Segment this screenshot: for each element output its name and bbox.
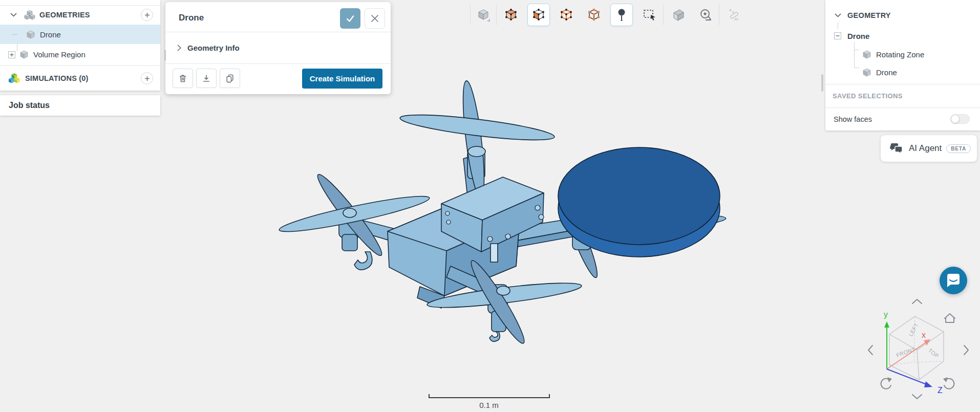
add-simulation-button[interactable] — [141, 72, 153, 84]
close-button[interactable] — [365, 8, 385, 29]
simulations-cubes-icon — [8, 73, 20, 84]
tree-item-volume-region[interactable]: Volume Region — [0, 44, 160, 65]
tree-item-label: Volume Region — [33, 50, 86, 59]
simulations-header[interactable]: SIMULATIONS (0) — [0, 66, 160, 91]
clip-plane-icon[interactable] — [671, 8, 685, 22]
geometry-info-label: Geometry Info — [187, 44, 240, 52]
select-edge-icon[interactable] — [559, 8, 573, 22]
check-icon — [345, 13, 355, 24]
box-select-icon[interactable] — [642, 8, 656, 22]
saved-selections-header: SAVED SELECTIONS — [825, 84, 980, 107]
drone-model[interactable] — [278, 80, 726, 347]
tree-item-label: Drone — [876, 68, 897, 77]
measure-icon[interactable] — [698, 8, 713, 22]
panel-title: Drone — [179, 13, 204, 23]
saved-selections-label: SAVED SELECTIONS — [833, 92, 903, 100]
geometry-cube-icon — [19, 50, 29, 59]
chevron-right-icon — [177, 45, 181, 51]
axis-z-label: Z — [938, 386, 943, 395]
trash-icon — [178, 73, 188, 83]
plus-icon — [10, 53, 14, 57]
geometry-properties-panel: Drone Geometry Info Create Simulation — [165, 2, 391, 94]
geometry-tree-header-label: GEOMETRY — [847, 11, 891, 19]
tree-item-label: Drone — [40, 30, 61, 39]
plus-icon — [144, 12, 150, 18]
tree-root-drone[interactable]: Drone — [825, 27, 980, 45]
create-simulation-button[interactable]: Create Simulation — [302, 69, 382, 89]
rotate-up-chevron[interactable] — [912, 299, 922, 303]
probe-point-icon[interactable] — [614, 8, 629, 22]
ai-agent-label: AI Agent — [909, 143, 942, 154]
select-volume-icon[interactable] — [504, 8, 518, 22]
minus-icon — [836, 35, 840, 36]
select-vertex-icon[interactable] — [587, 8, 601, 22]
x-icon — [371, 14, 379, 23]
selection-tree-panel: GEOMETRY Drone Rotating Zone Drone SAVED… — [825, 0, 980, 131]
geometry-info-section[interactable]: Geometry Info — [165, 32, 391, 63]
tree-item-drone[interactable]: Drone — [0, 25, 160, 44]
duplicate-button[interactable] — [220, 69, 240, 88]
job-status-panel[interactable]: Job status — [0, 95, 160, 116]
rotor-rear-left — [399, 80, 556, 201]
rotating-zone-disc[interactable] — [558, 147, 720, 257]
axis-x-label: x — [922, 331, 926, 339]
geometry-cube-icon — [862, 68, 871, 77]
select-face-icon[interactable] — [531, 8, 546, 22]
geometries-cubes-icon — [24, 10, 35, 20]
geometries-header-label: GEOMETRIES — [39, 11, 90, 19]
render-mode-cube-icon[interactable] — [476, 8, 491, 22]
scrollbar-thumb[interactable] — [821, 74, 823, 92]
cube-face-top: TOP — [927, 347, 940, 359]
download-button[interactable] — [196, 69, 217, 88]
scale-label: 0.1 m — [479, 401, 499, 409]
download-icon — [201, 73, 211, 83]
ai-assist-icon[interactable]: AI — [726, 8, 740, 22]
tree-item-label: Rotating Zone — [876, 50, 924, 59]
geometry-tree-header[interactable]: GEOMETRY — [825, 5, 980, 26]
ai-agent-button[interactable]: AI Agent BETA — [881, 135, 977, 162]
geometry-cube-icon — [862, 50, 871, 59]
copy-icon — [225, 73, 235, 83]
chevron-down-icon[interactable] — [10, 13, 17, 17]
chat-bubbles-icon — [890, 143, 903, 154]
expand-plus-box[interactable] — [8, 51, 15, 58]
rotate-down-chevron[interactable] — [912, 395, 922, 399]
tree-item-rotating-zone[interactable]: Rotating Zone — [825, 46, 980, 63]
show-faces-toggle[interactable] — [950, 114, 970, 124]
nav-cube-gizmo[interactable]: LEFT FRONT TOP y x Z — [868, 299, 968, 399]
tree-stub — [12, 34, 17, 35]
chat-smile-icon — [946, 273, 961, 288]
collapse-minus-box[interactable] — [834, 32, 841, 39]
add-geometry-button[interactable] — [141, 9, 153, 21]
show-faces-label: Show faces — [834, 115, 872, 123]
tree-root-label: Drone — [847, 32, 869, 40]
project-tree-panel: GEOMETRIES Drone Volume Region — [0, 0, 160, 91]
chat-launcher-button[interactable] — [940, 267, 967, 294]
tree-item-drone-child[interactable]: Drone — [825, 63, 980, 81]
roll-ccw-arrow — [887, 377, 892, 382]
delete-button[interactable] — [173, 69, 193, 88]
geometries-header[interactable]: GEOMETRIES — [0, 5, 160, 25]
ai-icon-text: AI — [734, 17, 738, 21]
job-status-label: Job status — [9, 101, 50, 110]
rotate-right-chevron[interactable] — [964, 345, 968, 355]
beta-badge: BETA — [946, 144, 971, 153]
rotate-left-chevron[interactable] — [868, 345, 872, 355]
home-icon[interactable] — [945, 314, 955, 322]
axis-y-label: y — [884, 310, 888, 319]
roll-cw-arrow — [943, 377, 948, 382]
geometry-cube-icon — [26, 30, 35, 39]
confirm-button[interactable] — [340, 8, 360, 29]
plus-icon — [144, 76, 150, 81]
viewport-toolbar: AI — [461, 0, 748, 30]
scale-bar: 0.1 m — [429, 394, 549, 409]
simulations-header-label: SIMULATIONS (0) — [25, 74, 89, 82]
cube-face-left: LEFT — [907, 322, 920, 337]
toggle-knob — [951, 115, 960, 123]
chevron-down-icon[interactable] — [835, 13, 841, 17]
